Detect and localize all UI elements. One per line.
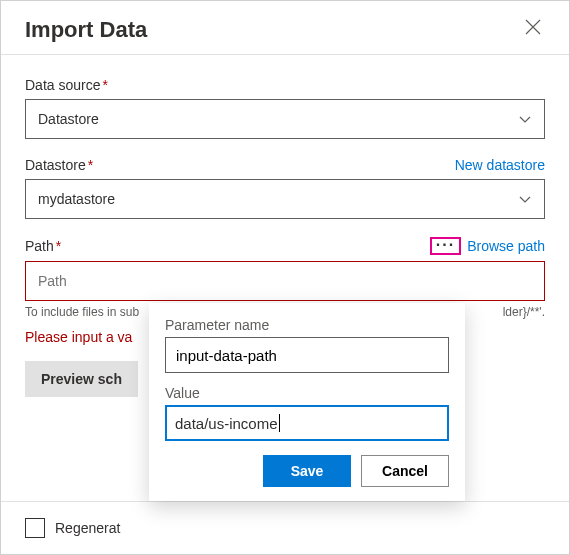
new-datastore-link[interactable]: New datastore xyxy=(455,157,545,173)
required-asterisk: * xyxy=(88,157,93,173)
browse-path-link[interactable]: Browse path xyxy=(467,238,545,254)
param-value-label: Value xyxy=(165,385,449,401)
data-source-value: Datastore xyxy=(38,111,99,127)
dialog-title: Import Data xyxy=(25,17,147,43)
datastore-value: mydatastore xyxy=(38,191,115,207)
preview-schema-button[interactable]: Preview sch xyxy=(25,361,138,397)
dialog-footer: Regenerat xyxy=(1,501,569,554)
param-name-label: Parameter name xyxy=(165,317,449,333)
cancel-button[interactable]: Cancel xyxy=(361,455,449,487)
field-data-source: Data source* Datastore xyxy=(25,77,545,139)
param-value-input[interactable] xyxy=(165,405,449,441)
close-icon[interactable] xyxy=(521,15,545,44)
param-name-input[interactable] xyxy=(165,337,449,373)
dialog-header: Import Data xyxy=(1,1,569,54)
import-data-dialog: Import Data Data source* Datastore xyxy=(0,0,570,555)
path-label: Path* xyxy=(25,238,61,254)
chevron-down-icon xyxy=(518,192,532,206)
chevron-down-icon xyxy=(518,112,532,126)
regenerate-label: Regenerat xyxy=(55,520,120,536)
regenerate-checkbox[interactable] xyxy=(25,518,45,538)
ellipsis-icon[interactable]: ··· xyxy=(430,237,461,255)
data-source-select[interactable]: Datastore xyxy=(25,99,545,139)
datastore-select[interactable]: mydatastore xyxy=(25,179,545,219)
data-source-label: Data source* xyxy=(25,77,108,93)
parameter-popover: Parameter name Value data/us-income Save… xyxy=(149,303,465,501)
save-button[interactable]: Save xyxy=(263,455,351,487)
field-datastore: Datastore* New datastore mydatastore xyxy=(25,157,545,219)
required-asterisk: * xyxy=(102,77,107,93)
path-input[interactable] xyxy=(25,261,545,301)
datastore-label: Datastore* xyxy=(25,157,93,173)
required-asterisk: * xyxy=(56,238,61,254)
